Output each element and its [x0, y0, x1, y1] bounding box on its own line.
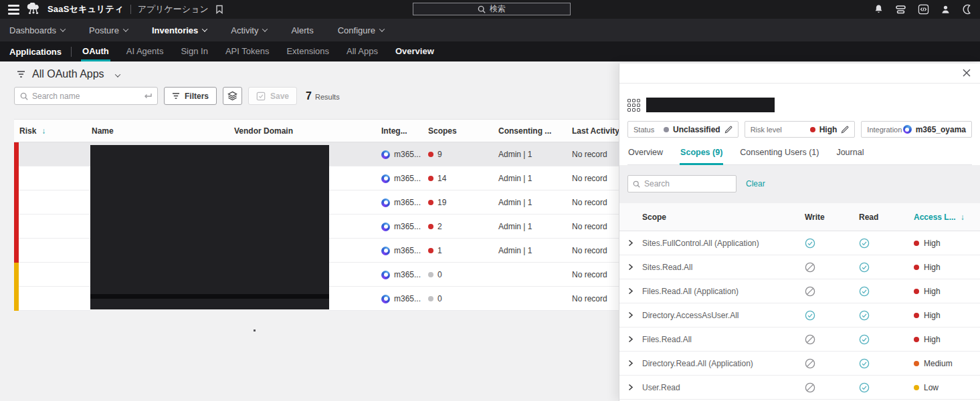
- read-permission-cell: [859, 262, 914, 273]
- risk-color-bar: [14, 239, 19, 263]
- panel-tab-consenting-users[interactable]: Consenting Users (1): [739, 148, 819, 164]
- column-vendor-domain[interactable]: Vendor Domain: [234, 126, 381, 136]
- panel-tab-scopes[interactable]: Scopes (9): [680, 148, 723, 165]
- tab-api-tokens[interactable]: API Tokens: [224, 41, 271, 61]
- notifications-bell-icon[interactable]: [874, 4, 884, 15]
- scope-row[interactable]: Files.Read.All High: [619, 327, 980, 352]
- code-api-icon[interactable]: [918, 4, 929, 15]
- close-icon[interactable]: [962, 68, 971, 78]
- scopes-cell: 0: [428, 294, 498, 303]
- column-read[interactable]: Read: [859, 213, 914, 222]
- filters-button[interactable]: Filters: [164, 87, 217, 105]
- risk-level-dot: [810, 127, 815, 132]
- consenting-cell: Admin | 1: [498, 150, 572, 159]
- nav-alerts[interactable]: Alerts: [291, 25, 313, 35]
- global-search-input[interactable]: 検索: [413, 3, 571, 15]
- access-level-cell: High: [914, 287, 980, 296]
- search-icon: [633, 180, 640, 188]
- scopes-cell: 19: [428, 198, 498, 207]
- app-grid-icon: [627, 99, 640, 112]
- column-consenting[interactable]: Consenting ...: [498, 126, 572, 136]
- scope-search-field[interactable]: [627, 175, 737, 192]
- nav-configure[interactable]: Configure: [338, 25, 384, 35]
- column-name[interactable]: Name: [92, 126, 234, 136]
- panel-tab-journal[interactable]: Journal: [836, 148, 864, 164]
- scope-row[interactable]: Directory.AccessAsUser.All High: [619, 303, 980, 327]
- nav-dashboards[interactable]: Dashboards: [9, 25, 65, 35]
- page-title: All OAuth Apps: [32, 68, 104, 80]
- nav-posture[interactable]: Posture: [89, 25, 128, 35]
- chevron-down-icon: [60, 26, 66, 31]
- panel-tab-overview[interactable]: Overview: [627, 148, 664, 164]
- nav-activity[interactable]: Activity: [231, 25, 267, 35]
- view-selector-chevron-icon[interactable]: [111, 68, 120, 80]
- scope-name: Sites.Read.All: [642, 263, 805, 272]
- expand-chevron-icon[interactable]: [628, 287, 642, 295]
- integration-value: m365_oyama: [916, 125, 966, 134]
- risk-color-bar: [14, 263, 19, 287]
- tab-ai-agents[interactable]: AI Agents: [125, 41, 165, 61]
- messages-icon[interactable]: [895, 5, 906, 15]
- user-profile-icon[interactable]: [941, 5, 951, 15]
- scope-count-dot: [428, 176, 433, 181]
- tab-sign-in[interactable]: Sign In: [179, 41, 209, 61]
- scope-row[interactable]: Sites.Read.All High: [619, 255, 980, 279]
- m365-integration-icon: [381, 174, 390, 183]
- consenting-cell: Admin | 1: [498, 246, 572, 255]
- search-icon: [478, 5, 486, 13]
- scope-row[interactable]: Files.Read.All (Application) High: [619, 279, 980, 303]
- hamburger-menu-icon[interactable]: [8, 5, 19, 15]
- risk-color-bar: [14, 215, 19, 239]
- search-name-input[interactable]: [32, 92, 140, 101]
- scope-table-body: Sites.FullControl.All (Application) High…: [619, 231, 980, 400]
- allowed-check-icon: [859, 334, 870, 345]
- clear-search-link[interactable]: Clear: [746, 179, 765, 188]
- save-button[interactable]: Save: [248, 87, 297, 105]
- dark-mode-moon-icon[interactable]: [962, 4, 972, 15]
- column-integration[interactable]: Integ...: [381, 126, 428, 136]
- column-scope[interactable]: Scope: [642, 213, 805, 222]
- expand-chevron-icon[interactable]: [628, 239, 642, 247]
- read-permission-cell: [859, 334, 914, 345]
- scope-row[interactable]: Sites.FullControl.All (Application) High: [619, 231, 980, 255]
- status-dot: [664, 127, 669, 132]
- topbar-section-title: アプリケーション: [138, 3, 209, 15]
- m365-integration-icon: [381, 271, 390, 279]
- nav-inventories[interactable]: Inventories: [152, 25, 207, 35]
- scope-row[interactable]: Directory.Read.All (Application) Medium: [619, 352, 980, 376]
- primary-nav: Dashboards Posture Inventories Activity …: [0, 19, 980, 41]
- saved-views-layers-button[interactable]: [223, 87, 242, 105]
- search-name-field[interactable]: [14, 87, 158, 105]
- expand-chevron-icon[interactable]: [628, 360, 642, 367]
- allowed-check-icon: [859, 238, 870, 249]
- expand-chevron-icon[interactable]: [628, 311, 642, 319]
- access-level-dot: [914, 337, 919, 342]
- access-level-dot: [914, 385, 919, 390]
- filter-icon: [172, 92, 180, 100]
- expand-chevron-icon[interactable]: [628, 263, 642, 271]
- scope-search-input[interactable]: [644, 179, 731, 188]
- allowed-check-icon: [859, 382, 870, 393]
- tab-all-apps[interactable]: All Apps: [345, 41, 379, 61]
- edit-risk-pencil-icon[interactable]: [841, 126, 849, 134]
- edit-status-pencil-icon[interactable]: [724, 126, 732, 134]
- scope-name: Sites.FullControl.All (Application): [642, 239, 805, 248]
- scope-row[interactable]: User.Read Low: [619, 376, 980, 400]
- results-count: 7Results: [306, 90, 340, 102]
- write-permission-cell: [805, 238, 859, 249]
- column-write[interactable]: Write: [805, 213, 859, 222]
- read-permission-cell: [859, 382, 914, 393]
- integration-cell: m365...: [381, 222, 428, 231]
- column-access-level-sort[interactable]: Access L...↓: [914, 213, 980, 222]
- access-level-dot: [914, 361, 919, 366]
- access-level-dot: [914, 289, 919, 294]
- expand-chevron-icon[interactable]: [628, 384, 642, 391]
- column-risk-sort[interactable]: Risk↓: [19, 126, 92, 136]
- tab-extensions[interactable]: Extensions: [285, 41, 330, 61]
- product-title: SaaSセキュリティ: [47, 3, 124, 15]
- bookmark-icon[interactable]: [215, 5, 223, 14]
- expand-chevron-icon[interactable]: [628, 336, 642, 343]
- column-scopes[interactable]: Scopes: [428, 126, 498, 136]
- tab-overview[interactable]: Overview: [394, 41, 435, 61]
- tab-oauth[interactable]: OAuth: [81, 41, 110, 61]
